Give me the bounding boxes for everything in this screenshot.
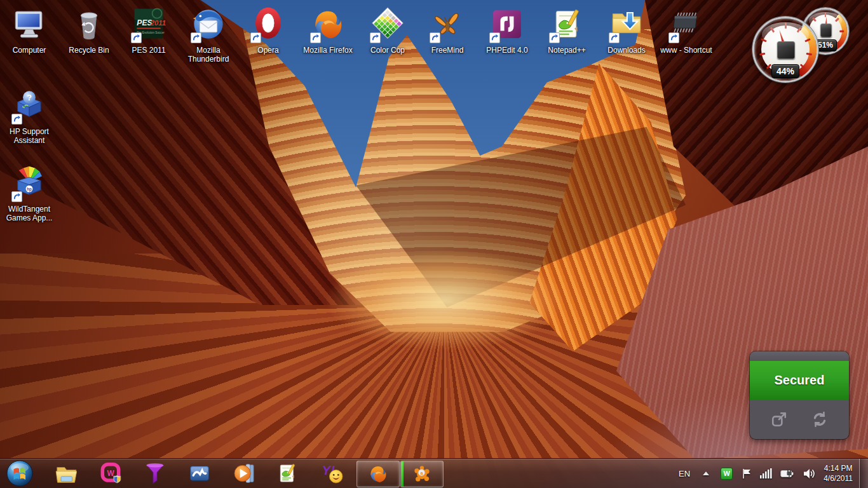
open-window-icon[interactable] — [768, 409, 790, 430]
phpedit-icon — [487, 4, 527, 44]
notepadpp-icon — [546, 4, 587, 44]
shortcut-arrow-overlay — [430, 32, 440, 43]
computer-icon — [9, 4, 50, 44]
taskbar-firefox-running[interactable] — [356, 461, 400, 487]
desktop-icon-notepadpp[interactable]: Notepad++ — [537, 4, 597, 55]
desktop-icon-freemind[interactable]: FreeMind — [417, 4, 477, 55]
taskbar-yahoo-messenger[interactable]: Y! — [320, 461, 346, 486]
shortcut-arrow-overlay — [11, 114, 22, 125]
desktop-icon-hp-support[interactable]: ? HP Support Assistant — [0, 85, 59, 145]
svg-text:hp: hp — [27, 187, 32, 192]
desktop-icon-label: Computer — [13, 46, 46, 55]
avast-gadget[interactable]: Secured — [750, 351, 849, 439]
desktop-icon-firefox[interactable]: Mozilla Firefox — [298, 4, 358, 55]
battery-power-icon[interactable] — [780, 469, 795, 478]
windows-desktop: Computer Recycle Bin PES 2011 Pro Evolut… — [0, 0, 868, 488]
color-cop-icon — [367, 4, 408, 44]
desktop-icon-www-shortcut[interactable]: www - Shortcut — [656, 4, 716, 55]
volume-speaker-icon[interactable] — [803, 468, 815, 479]
shortcut-arrow-overlay — [310, 32, 321, 43]
avast-gadget-titlebar — [750, 351, 849, 361]
opera-icon — [248, 4, 288, 44]
taskbar-windows-media-player[interactable] — [231, 461, 257, 486]
system-tray: EN W — [679, 459, 868, 488]
desktop-icon-recycle-bin[interactable]: Recycle Bin — [59, 4, 119, 55]
shortcut-arrow-overlay — [370, 32, 381, 43]
shortcut-arrow-overlay — [489, 32, 500, 43]
shortcut-arrow-overlay — [609, 32, 620, 43]
clock-time: 4:14 PM — [824, 463, 853, 473]
desktop-icon-computer[interactable]: Computer — [0, 4, 59, 55]
refresh-icon[interactable] — [809, 409, 831, 430]
desktop-icon-thunderbird[interactable]: Mozilla Thunderbird — [179, 4, 238, 64]
pes-2011-icon: PES 2011 Pro Evolution Soccer — [128, 4, 169, 44]
shortcut-arrow-overlay — [668, 32, 679, 43]
taskbar-wampserver[interactable]: W — [98, 461, 123, 486]
downloads-folder-icon — [606, 4, 647, 44]
shortcut-arrow-overlay — [191, 32, 201, 43]
svg-text:2011: 2011 — [150, 19, 166, 27]
desktop-icon-label: Color Cop — [370, 46, 405, 55]
desktop-icon-label: HP Support Assistant — [0, 127, 58, 145]
desktop-icon-pes-2011[interactable]: PES 2011 Pro Evolution Soccer PES 2011 — [119, 4, 179, 55]
desktop-icon-label: Mozilla Thunderbird — [179, 46, 238, 64]
thunderbird-icon — [188, 4, 229, 44]
desktop-icon-color-cop[interactable]: Color Cop — [358, 4, 417, 55]
show-desktop-button[interactable] — [859, 459, 868, 488]
desktop-icon-label: Opera — [257, 46, 278, 55]
show-hidden-icons-arrow[interactable] — [703, 471, 709, 475]
desktop-icon-label: Downloads — [607, 46, 645, 55]
clock[interactable]: 4:14 PM 4/6/2011 — [824, 463, 853, 484]
recycle-bin-icon — [69, 4, 109, 44]
wampserver-tray-icon[interactable]: W — [721, 468, 733, 480]
shortcut-arrow-overlay — [11, 191, 22, 202]
chip-icon — [666, 4, 707, 44]
shortcut-arrow-overlay — [131, 32, 142, 43]
desktop-icon-label: Recycle Bin — [69, 46, 109, 55]
freemind-icon — [427, 4, 468, 44]
start-button[interactable] — [6, 460, 33, 487]
firefox-icon — [308, 4, 348, 44]
desktop-icon-label: WildTangent Games App... — [0, 205, 58, 222]
taskbar-blue-wave-app[interactable] — [187, 461, 212, 486]
avast-status-banner: Secured — [750, 361, 849, 400]
desktop-icon-label: www - Shortcut — [660, 46, 712, 55]
taskbar-notepadpp[interactable] — [275, 461, 300, 486]
cpu-gauge[interactable]: 44% — [752, 17, 818, 83]
cpu-percent-badge: 44% — [771, 64, 799, 78]
taskbar: W — [0, 458, 868, 488]
svg-text:?: ? — [27, 93, 32, 102]
taskbar-funnel-app[interactable] — [142, 461, 168, 486]
wildtangent-games-icon: hp — [9, 163, 50, 203]
desktop-icon-phpedit[interactable]: PHPEdit 4.0 — [477, 4, 537, 55]
desktop-icon-label: Notepad++ — [548, 46, 585, 55]
desktop-icon-wildtangent[interactable]: hp WildTangent Games App... — [0, 163, 59, 222]
desktop-icon-label: PES 2011 — [132, 46, 165, 55]
desktop-icon-downloads[interactable]: Downloads — [597, 4, 656, 55]
taskbar-avast-running[interactable] — [400, 461, 444, 487]
desktop-icon-label: PHPEdit 4.0 — [486, 46, 527, 55]
desktop-icon-opera[interactable]: Opera — [238, 4, 298, 55]
action-center-flag-icon[interactable] — [742, 468, 752, 479]
cpu-chip-icon — [777, 41, 795, 59]
shortcut-arrow-overlay — [250, 32, 261, 43]
desktop-icon-label: Mozilla Firefox — [303, 46, 352, 55]
ram-chip-icon — [820, 24, 832, 37]
language-indicator[interactable]: EN — [679, 469, 690, 478]
desktop-icon-label: FreeMind — [431, 46, 464, 55]
hp-support-assistant-icon: ? — [9, 85, 50, 126]
network-signal-icon[interactable] — [760, 468, 772, 478]
shortcut-arrow-overlay — [549, 32, 560, 43]
clock-date: 4/6/2011 — [824, 473, 853, 484]
taskbar-windows-explorer[interactable] — [53, 461, 79, 486]
